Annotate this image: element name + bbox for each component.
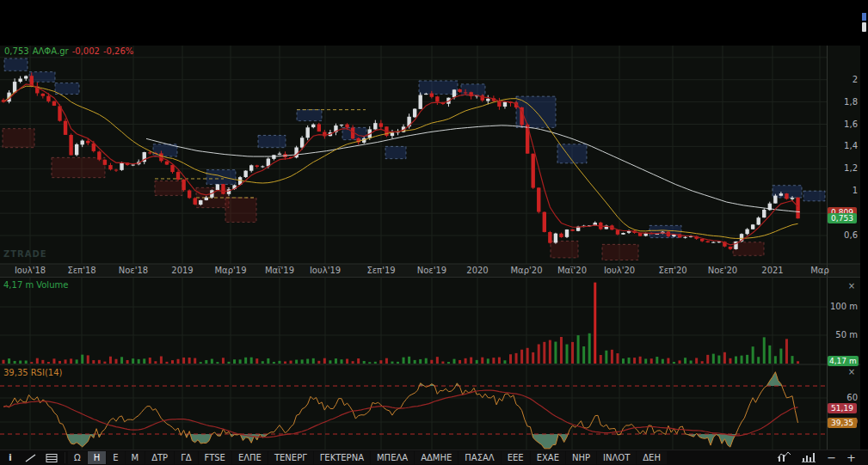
supply-zone-box <box>4 58 28 70</box>
volume-bar <box>329 360 331 364</box>
volume-bar <box>290 361 292 364</box>
volume-bar <box>408 357 410 364</box>
volume-bar <box>487 358 489 364</box>
candle-body <box>559 234 563 237</box>
candle-body <box>554 234 557 243</box>
supply-zone-box <box>461 84 485 95</box>
candle-body <box>199 200 202 205</box>
volume-bar <box>605 351 607 364</box>
volume-bar <box>143 358 145 364</box>
volume-bars-icon[interactable] <box>802 450 816 465</box>
candle-body <box>537 187 540 211</box>
volume-bar <box>233 359 236 364</box>
toolbar-button-FTSE[interactable]: FTSE <box>199 451 231 464</box>
volume-bar <box>341 359 343 364</box>
candle-body <box>486 99 489 101</box>
volume-bar <box>25 361 28 364</box>
volume-pane-close-icon[interactable]: × <box>846 281 858 291</box>
volume-bar <box>385 358 388 364</box>
toolbar-button-ΔΕΗ[interactable]: ΔΕΗ <box>637 451 667 464</box>
candle-body <box>148 152 151 153</box>
candle-body <box>188 191 191 199</box>
volume-bar <box>520 350 523 364</box>
toolbar-button-ΓΕΚΤΕΡΝΑ[interactable]: ΓΕΚΤΕΡΝΑ <box>314 451 370 464</box>
price-chart-canvas[interactable] <box>0 0 868 465</box>
volume-bar <box>633 358 636 364</box>
candle-body <box>311 125 315 127</box>
watchlist-grid-icon[interactable] <box>41 450 62 465</box>
toolbar-button-ΠΑΣΑΛ[interactable]: ΠΑΣΑΛ <box>459 451 500 464</box>
candle-body <box>773 196 777 204</box>
toolbar-button-ΔΤΡ[interactable]: ΔΤΡ <box>145 451 174 464</box>
volume-bar <box>115 359 118 364</box>
volume-bar <box>103 362 106 364</box>
toolbar-button-Μ[interactable]: Μ <box>126 451 145 464</box>
toolbar-button-ΕΧΑΕ[interactable]: ΕΧΑΕ <box>531 451 565 464</box>
volume-bar <box>250 358 253 364</box>
volume-bar <box>498 358 501 364</box>
toolbar-button-ΕΕΕ[interactable]: ΕΕΕ <box>502 451 530 464</box>
toolbar-button-ΕΛΠΕ[interactable]: ΕΛΠΕ <box>232 451 268 464</box>
demand-zone-box <box>52 157 105 177</box>
candle-body <box>424 94 428 95</box>
volume-bar <box>532 352 534 364</box>
right-scrollbar[interactable] <box>860 0 868 450</box>
zoom-out-icon[interactable]: − <box>827 451 836 465</box>
volume-bar <box>656 357 658 364</box>
volume-bar <box>52 358 55 364</box>
volume-bar <box>58 361 61 364</box>
candle-body <box>300 138 304 147</box>
volume-bar <box>403 358 405 364</box>
toolbar-button-Ε[interactable]: Ε <box>107 451 124 464</box>
toolbar-button-ΝΗΡ[interactable]: ΝΗΡ <box>566 451 596 464</box>
rsi-pane-close-icon[interactable]: × <box>846 367 858 377</box>
volume-bar <box>706 355 709 364</box>
toolbar-button-ΤΕΝΕΡΓ[interactable]: ΤΕΝΕΡΓ <box>268 451 313 464</box>
bottom-toolbar: i ΩΗΕΜΔΤΡΓΔFTSEΕΛΠΕΤΕΝΕΡΓΓΕΚΤΕΡΝΑΜΠΕΛΑΑΔ… <box>0 450 868 465</box>
toolbar-button-Η[interactable]: Η <box>88 451 107 464</box>
candle-body <box>791 198 794 199</box>
volume-bar <box>616 353 619 364</box>
volume-bar <box>791 356 794 364</box>
volume-bar <box>436 357 439 364</box>
candle-body <box>86 141 89 144</box>
toolbar-button-ΓΔ[interactable]: ΓΔ <box>175 451 197 464</box>
trendline-icon[interactable] <box>21 450 41 465</box>
supply-zone-box <box>297 110 322 121</box>
volume-bar <box>182 358 185 364</box>
candle-body <box>373 123 377 129</box>
volume-bar <box>695 358 698 364</box>
candle-body <box>548 232 551 243</box>
toolbar-button-Ω[interactable]: Ω <box>68 451 87 464</box>
toolbar-button-ΜΠΕΛΑ[interactable]: ΜΠΕΛΑ <box>371 451 414 464</box>
candle-body <box>711 242 715 243</box>
toolbar-divider <box>65 452 65 463</box>
chart-style-icon[interactable] <box>777 450 791 465</box>
candle-body <box>18 79 22 83</box>
candle-body <box>261 166 264 167</box>
candle-body <box>255 165 259 167</box>
volume-bar <box>194 358 196 364</box>
toolbar-button-ΙΝΛΟΤ[interactable]: ΙΝΛΟΤ <box>597 451 636 464</box>
info-icon[interactable]: i <box>0 450 21 465</box>
candle-body <box>81 141 84 145</box>
demand-zone-box <box>155 181 182 196</box>
volume-bar <box>639 357 642 364</box>
candle-body <box>497 101 501 107</box>
candle-body <box>41 94 45 96</box>
toolbar-button-ΑΔΜΗΕ[interactable]: ΑΔΜΗΕ <box>415 451 458 464</box>
scrollbar-thumb[interactable] <box>862 22 866 32</box>
volume-bar <box>295 360 298 364</box>
volume-bar <box>255 358 258 364</box>
volume-bar <box>650 358 653 364</box>
zoom-in-icon[interactable]: + <box>846 451 856 465</box>
candle-body <box>543 212 546 232</box>
volume-bar <box>19 361 22 364</box>
candle-body <box>570 229 574 231</box>
demand-zone-box <box>225 198 256 222</box>
candle-body <box>683 237 686 238</box>
volume-bar <box>323 358 326 364</box>
volume-bar <box>36 358 39 364</box>
volume-bar <box>582 346 585 364</box>
volume-bar <box>317 361 320 364</box>
